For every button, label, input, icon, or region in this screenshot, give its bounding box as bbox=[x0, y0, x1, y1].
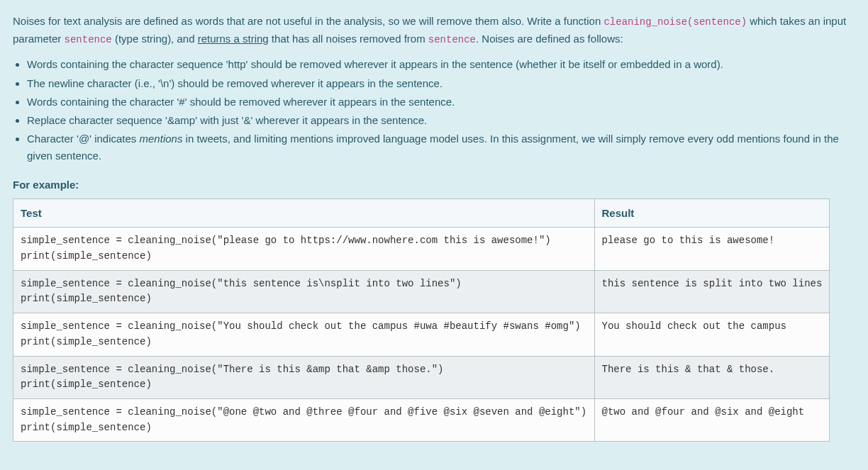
intro-text: (type string), and bbox=[112, 33, 198, 45]
cell-test: simple_sentence = cleaning_noise("You sh… bbox=[13, 313, 595, 356]
list-item: Words containing the character '#' shoul… bbox=[27, 94, 855, 110]
fn-signature: cleaning_noise(sentence) bbox=[603, 16, 747, 28]
col-header-result: Result bbox=[594, 199, 830, 228]
list-item: Replace character sequence '&amp' with j… bbox=[27, 112, 855, 128]
intro-text: Noises for text analysis are defined as … bbox=[13, 15, 603, 27]
cell-test: simple_sentence = cleaning_noise("this s… bbox=[13, 270, 595, 313]
returns-link[interactable]: returns a string bbox=[198, 33, 269, 45]
param-name: sentence bbox=[65, 34, 112, 45]
intro-text: . Noises are defined as follows: bbox=[476, 33, 623, 45]
rules-list: Words containing the character sequence … bbox=[13, 56, 855, 164]
examples-table: Test Result simple_sentence = cleaning_n… bbox=[13, 198, 830, 442]
for-example-heading: For example: bbox=[13, 177, 855, 193]
param-name: sentence bbox=[428, 34, 476, 45]
mentions-emphasis: mentions bbox=[140, 133, 183, 145]
cell-test: simple_sentence = cleaning_noise("please… bbox=[13, 228, 595, 270]
table-row: simple_sentence = cleaning_noise("@one @… bbox=[13, 398, 830, 441]
rule-text: Character '@' indicates bbox=[27, 133, 140, 145]
cell-test: simple_sentence = cleaning_noise("There … bbox=[13, 356, 595, 398]
col-header-test: Test bbox=[13, 199, 595, 228]
list-item: Character '@' indicates mentions in twee… bbox=[27, 130, 855, 164]
cell-result: You should check out the campus bbox=[594, 313, 830, 356]
cell-test: simple_sentence = cleaning_noise("@one @… bbox=[13, 398, 595, 441]
table-row: simple_sentence = cleaning_noise("this s… bbox=[13, 270, 830, 313]
table-row: simple_sentence = cleaning_noise("please… bbox=[13, 228, 830, 270]
list-item: The newline character (i.e., '\n') shoul… bbox=[27, 75, 855, 91]
table-row: simple_sentence = cleaning_noise("You sh… bbox=[13, 313, 830, 356]
table-row: simple_sentence = cleaning_noise("There … bbox=[13, 356, 830, 398]
intro-paragraph: Noises for text analysis are defined as … bbox=[13, 13, 855, 47]
cell-result: please go to this is awesome! bbox=[594, 228, 830, 270]
list-item: Words containing the character sequence … bbox=[27, 56, 855, 72]
cell-result: this sentence is split into two lines bbox=[594, 270, 830, 313]
cell-result: @two and @four and @six and @eight bbox=[594, 398, 830, 441]
cell-result: There is this & that & those. bbox=[594, 356, 830, 398]
intro-text: that has all noises removed from bbox=[269, 33, 428, 45]
